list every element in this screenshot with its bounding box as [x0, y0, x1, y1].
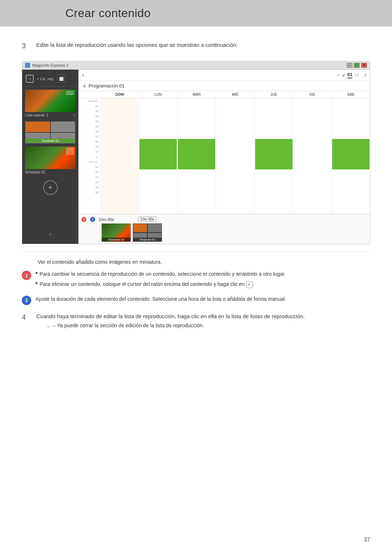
step-4-sub-item: – – Ya puede cerrar la sección de edició…	[47, 323, 305, 329]
step-4-text: Cuando haya terminado de editar la lista…	[36, 312, 305, 321]
titlebar-controls[interactable]: – □ ✕	[347, 63, 367, 68]
timeline-area: 1 2 10m 00s 10m 00s Schedule 02	[78, 214, 370, 244]
time-am-01: 01	[78, 103, 100, 108]
col-vie[interactable]	[293, 98, 331, 214]
step-4-sub-text: – Ya puede cerrar la sección de edición …	[53, 323, 204, 328]
minimize-button[interactable]: –	[347, 63, 352, 68]
day-vie: VIE	[293, 91, 331, 98]
step-4: 4 Cuando haya terminado de editar la lis…	[22, 312, 370, 329]
time-am-06: 06	[78, 129, 100, 134]
app-title: MagicInfo Express 2	[32, 63, 69, 67]
time-am-08: 08	[78, 139, 100, 144]
app-logo	[25, 63, 30, 68]
x-icon: ✕	[246, 282, 253, 288]
home-icon[interactable]: ⌂	[26, 75, 34, 83]
time-am-11: 11	[78, 154, 100, 159]
template-label-overlay: Template 01	[26, 139, 75, 143]
step-4-sub: – – Ya puede cerrar la sección de edició…	[47, 323, 305, 329]
schedule-label: 14	[354, 73, 358, 77]
playlist-item-1[interactable]: ✓ Lista reprod. 1 ≡	[22, 88, 78, 120]
step-3-text: Edite la lista de reproducción usando la…	[36, 41, 238, 49]
page-content: 3 Edite la lista de reproducción usando …	[0, 41, 392, 329]
timeline-thumb-1[interactable]: Schedule 02	[102, 223, 131, 242]
time-pm-12: 12	[94, 160, 99, 164]
toolbar-checks: ✓ ✓ 01 14	[336, 72, 359, 78]
col-sab[interactable]	[331, 98, 370, 214]
time-pm-03: 03	[78, 175, 100, 180]
app-titlebar-left: MagicInfo Express 2	[25, 63, 69, 68]
col-jue[interactable]	[254, 98, 293, 214]
time-am-03: 03	[78, 114, 100, 119]
playlist-item-template[interactable]: Template 01	[22, 120, 78, 145]
notes-section: Ver el contenido añadido como imágenes e…	[22, 259, 370, 305]
add-playlist-button[interactable]: + Lis. rep.	[37, 77, 54, 81]
schedule-block-mar	[178, 139, 215, 169]
time-pm-02: 02	[78, 169, 100, 175]
page-header: Crear contenido	[0, 0, 392, 26]
schedule-number: 01	[347, 72, 352, 78]
close-button[interactable]: ✕	[361, 63, 367, 68]
time-am-05: 05	[78, 124, 100, 129]
time-pm-05: 05	[78, 185, 100, 190]
playlist-label-schedule: Schedule 02	[25, 169, 75, 175]
timeline-duration: 10m 00s	[99, 217, 114, 222]
bullet-dot-2	[36, 282, 37, 284]
day-mie: MIÉ	[216, 91, 254, 98]
timeline-marker-2: 2	[90, 217, 95, 222]
note-text-2: Para eliminar un contenido, coloque el c…	[40, 280, 254, 288]
note-bullet-2: Para eliminar un contenido, coloque el c…	[36, 280, 286, 288]
notes-intro: Ver el contenido añadido como imágenes e…	[38, 259, 370, 265]
mini-lines-2	[66, 148, 74, 155]
schedule-block-jue	[255, 139, 293, 169]
day-lun: LUN	[139, 91, 177, 98]
day-jue: JUE	[254, 91, 293, 98]
time-header-col	[78, 91, 100, 98]
note-bullet-1: Para cambiar la secuencia de reproducció…	[36, 270, 286, 278]
thumb-1-label: Schedule 02	[102, 238, 131, 242]
page-title: Crear contenido	[65, 7, 370, 20]
thumb-2-label: Template 01	[133, 238, 162, 242]
schedule-title: ∨ Programación 01	[78, 81, 370, 91]
note-row-1: 1 Para cambiar la secuencia de reproducc…	[22, 270, 370, 291]
maximize-button[interactable]: □	[354, 63, 360, 68]
time-am-10: 10	[78, 149, 100, 154]
time-am-07: 07	[78, 134, 100, 139]
schedule-header: DOM LUN MAR MIÉ JUE VIE SÁB	[78, 91, 370, 98]
note-text-1: Para cambiar la secuencia de reproducció…	[40, 270, 286, 278]
day-mar: MAR	[177, 91, 216, 98]
timeline-marker-1: 1	[81, 217, 86, 222]
timeline-row: 1 2 10m 00s 10m 00s	[81, 217, 367, 222]
check-1: ✓	[336, 73, 340, 78]
playlist-item-schedule[interactable]: Schedule 02	[22, 145, 78, 177]
help-icon[interactable]: ?	[22, 229, 78, 241]
schedule-name: Programación 01	[89, 83, 124, 89]
col-lun[interactable]	[139, 98, 177, 214]
import-icon[interactable]: ⬜	[57, 75, 65, 83]
timeline-thumb-2[interactable]: Template 01	[133, 223, 162, 242]
timeline-thumbs: Schedule 02 Template 01	[81, 223, 367, 242]
sidebar-top: ⌂ + Lis. rep. ⬜	[22, 73, 78, 85]
col-mie[interactable]	[216, 98, 254, 214]
template-cell-1	[25, 121, 50, 132]
playlist-label-1: Lista reprod. 1 ≡	[25, 112, 75, 118]
nav-left-button[interactable]: ‹	[82, 72, 84, 78]
playlist-thumb-1: ✓	[25, 90, 75, 112]
time-pm-06: 06	[78, 190, 100, 195]
day-dom: DOM	[100, 91, 139, 98]
bullet-dot-1	[36, 272, 37, 274]
timeline-badge[interactable]: 10m 00s	[138, 217, 156, 222]
nav-right-button[interactable]: ›	[364, 72, 366, 78]
col-mar[interactable]	[177, 98, 216, 214]
app-body: ⌂ + Lis. rep. ⬜ ✓	[22, 70, 370, 244]
app-titlebar: MagicInfo Express 2 – □ ✕	[22, 61, 370, 70]
schedule-columns	[100, 98, 370, 214]
add-content-button[interactable]: +	[43, 180, 58, 195]
time-pm-01: 01	[78, 164, 100, 169]
step-3: 3 Edite la lista de reproducción usando …	[22, 41, 370, 50]
step-4-number: 4	[22, 313, 33, 321]
note-row-2: 2 Ajuste la duración de cada elemento de…	[22, 295, 370, 305]
time-am-02: 02	[78, 108, 100, 114]
step-4-content: Cuando haya terminado de editar la lista…	[36, 312, 305, 329]
app-toolbar: ‹ ✓ ✓ 01 14 ›	[78, 70, 370, 81]
app-screenshot: MagicInfo Express 2 – □ ✕ ⌂ + Lis. rep. …	[22, 61, 370, 244]
